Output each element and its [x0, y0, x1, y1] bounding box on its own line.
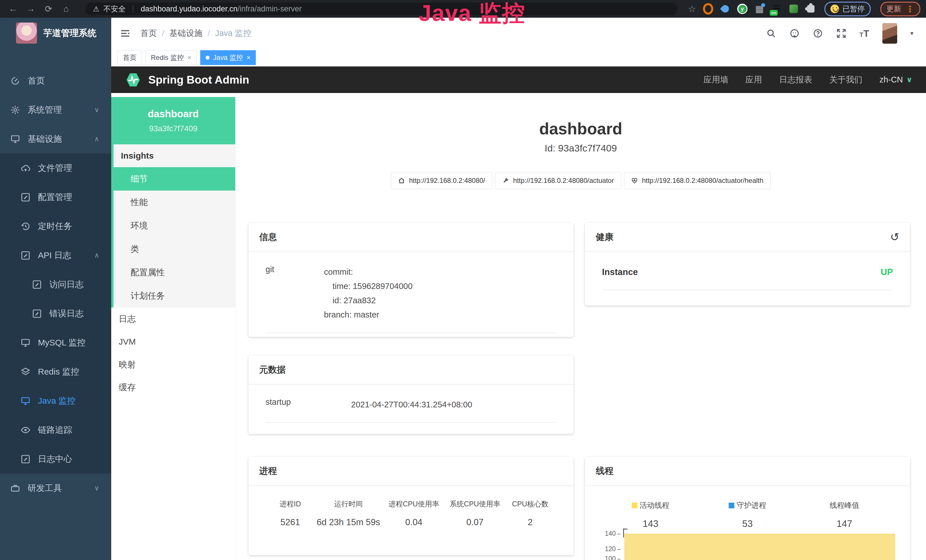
reload-icon[interactable]: ⟳	[41, 4, 56, 14]
actuator-url-button[interactable]: http://192.168.0.2:48080/actuator	[495, 172, 621, 189]
on-badge: on	[770, 10, 778, 16]
nav-about[interactable]: 关于我们	[829, 74, 862, 86]
sidebar-item-access-logs[interactable]: 访问日志	[0, 270, 111, 299]
locale-select[interactable]: zh-CN ∨	[879, 75, 912, 85]
app-title: 芋道管理系统	[43, 27, 96, 39]
sidebar-item-error-logs[interactable]: 错误日志	[0, 299, 111, 328]
header-actions: TT ▾	[766, 23, 914, 44]
hamburger-icon[interactable]	[120, 28, 131, 39]
security-label[interactable]: 不安全	[103, 4, 126, 14]
monitor-icon	[10, 134, 20, 144]
sidebar-item-java-monitor[interactable]: Java 监控	[0, 386, 111, 415]
sba-app-block[interactable]: dashboard 93a3fc7f7409	[111, 97, 235, 144]
extension-grid-icon[interactable]: ▦	[754, 4, 764, 14]
tab-redis-monitor[interactable]: Redis 监控 ×	[145, 50, 197, 65]
fullscreen-icon[interactable]	[836, 28, 846, 38]
col-system-cpu: 系统CPU使用率	[446, 499, 504, 509]
threads-card-title: 线程	[585, 457, 910, 486]
extension-y-icon[interactable]: y	[737, 4, 747, 14]
startup-key: startup	[265, 397, 351, 412]
tab-home[interactable]: 首页	[118, 50, 142, 65]
tab-java-monitor[interactable]: Java 监控 ×	[200, 50, 256, 65]
sidebar-item-tracing[interactable]: 链路追踪	[0, 415, 111, 445]
chevron-up-icon: ∧	[94, 135, 99, 143]
close-icon[interactable]: ×	[247, 54, 250, 62]
nav-applications[interactable]: 应用	[746, 74, 762, 86]
help-icon[interactable]	[813, 28, 823, 38]
user-caret-icon[interactable]: ▾	[910, 30, 914, 37]
sidebar-item-scheduled-tasks[interactable]: 定时任务	[0, 212, 111, 241]
sba-logo-icon	[125, 72, 141, 88]
chevron-down-icon: ∨	[906, 75, 912, 84]
instance-row[interactable]: Instance UP	[602, 251, 893, 290]
forward-icon[interactable]: →	[23, 4, 38, 14]
val-pid: 5261	[265, 517, 315, 527]
back-icon[interactable]: ←	[6, 4, 21, 14]
breadcrumb-home[interactable]: 首页	[140, 28, 157, 39]
breadcrumb-infra[interactable]: 基础设施	[169, 28, 203, 39]
update-button[interactable]: 更新 ⋮	[881, 2, 920, 16]
url-path: /infra/admin-server	[238, 5, 302, 13]
sidebar-item-infra[interactable]: 基础设施 ∧	[0, 124, 111, 153]
browser-menu-icon[interactable]: ⋮	[906, 4, 914, 14]
sba-item-config-props[interactable]: 配置属性	[113, 261, 235, 284]
health-url-button[interactable]: http://192.168.0.2:48080/actuator/health	[624, 172, 770, 189]
extension-leaf-icon[interactable]	[788, 4, 799, 14]
val-cpu-cores: 2	[504, 517, 557, 527]
sba-item-jvm[interactable]: JVM	[111, 330, 235, 353]
wrench-icon	[502, 177, 509, 184]
sidebar-item-config-manage[interactable]: 配置管理	[0, 183, 111, 212]
service-links: http://192.168.0.2:48080/ http://192.168…	[236, 172, 926, 189]
close-icon[interactable]: ×	[188, 54, 191, 62]
sidebar-item-file-manage[interactable]: 文件管理	[0, 153, 111, 183]
blue-swatch-icon	[729, 502, 734, 509]
sba-item-mappings[interactable]: 映射	[111, 353, 235, 376]
search-icon[interactable]	[766, 28, 776, 38]
nav-app-wall[interactable]: 应用墙	[704, 74, 728, 86]
sidebar-item-mysql-monitor[interactable]: MySQL 监控	[0, 328, 111, 357]
service-url-button[interactable]: http://192.168.0.2:48080/	[391, 172, 492, 189]
bookmark-star-icon[interactable]: ☆	[688, 3, 696, 14]
monitor-icon	[21, 396, 30, 406]
page-subtitle: Id: 93a3fc7f7409	[236, 143, 926, 154]
val-uptime: 6d 23h 15m 59s	[315, 517, 382, 527]
legend-live-threads: 活动线程 143	[602, 500, 699, 529]
sba-item-logs[interactable]: 日志	[111, 307, 235, 330]
address-bar[interactable]: ⚠ 不安全 dashboard.yudao.iocoder.cn/infra/a…	[85, 3, 678, 15]
font-size-icon[interactable]: TT	[859, 28, 869, 39]
sba-item-performance[interactable]: 性能	[113, 191, 235, 214]
extensions-puzzle-icon[interactable]	[806, 4, 816, 14]
sba-item-classes[interactable]: 类	[113, 238, 235, 261]
threads-legend: 活动线程 143 守护进程 53 线程峰值 147	[602, 486, 893, 529]
github-icon[interactable]	[790, 28, 800, 38]
history-icon[interactable]: ↺	[890, 232, 899, 242]
instance-label: Instance	[602, 267, 638, 277]
git-row: git commit: time: 1596289704000 id: 27aa…	[265, 251, 557, 333]
sidebar-item-api-logs[interactable]: API 日志 ∧	[0, 241, 111, 270]
browser-home-icon[interactable]: ⌂	[59, 4, 74, 14]
sidebar-item-redis-monitor[interactable]: Redis 监控	[0, 357, 111, 386]
nav-log-report[interactable]: 日志报表	[779, 74, 812, 86]
user-avatar[interactable]	[882, 23, 897, 44]
edit-icon	[21, 192, 30, 202]
warning-icon: ⚠	[93, 5, 99, 13]
git-value: commit: time: 1596289704000 id: 27aa832 …	[324, 265, 413, 322]
sba-item-scheduled[interactable]: 计划任务	[113, 284, 235, 307]
extension-colab-icon[interactable]	[703, 4, 713, 14]
sba-brand[interactable]: Spring Boot Admin	[125, 72, 249, 88]
sba-item-environment[interactable]: 环境	[113, 214, 235, 238]
app-logo-row[interactable]: 芋道管理系统	[0, 18, 111, 48]
sidebar-item-log-center[interactable]: 日志中心	[0, 445, 111, 474]
sba-item-caches[interactable]: 缓存	[111, 376, 235, 399]
monitor-icon	[21, 338, 30, 348]
sidebar-menu: 首页 系统管理 ∨ 基础设施 ∧ 文件管理 配置管理	[0, 66, 111, 560]
sba-item-details[interactable]: 细节	[113, 167, 235, 191]
extension-pin-icon[interactable]	[720, 4, 730, 14]
sidebar-item-home[interactable]: 首页	[0, 66, 111, 95]
sidebar-item-dev-tools[interactable]: 研发工具 ∨	[0, 474, 111, 502]
sba-nav-links: 应用墙 应用 日志报表 关于我们 zh-CN ∨	[704, 74, 912, 86]
profile-paused-button[interactable]: 已暂停	[825, 2, 871, 16]
heart-pulse-icon	[631, 177, 638, 184]
sidebar-item-system[interactable]: 系统管理 ∨	[0, 95, 111, 124]
extension-switch-icon[interactable]: ☰on	[772, 4, 782, 14]
